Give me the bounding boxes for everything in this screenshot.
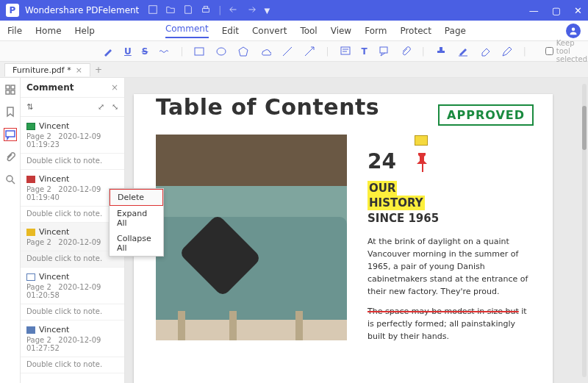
highlighted-text[interactable]: HISTORY <box>368 196 425 210</box>
menu-protect[interactable]: Protect <box>400 26 431 36</box>
strikethrough-tool-icon[interactable]: S <box>142 46 148 57</box>
textbox-comment-icon <box>26 273 35 281</box>
oval-tool-icon[interactable] <box>215 46 227 57</box>
arrow-tool-icon[interactable] <box>304 46 315 57</box>
menu-form[interactable]: Form <box>365 26 387 36</box>
undo-icon[interactable] <box>229 4 239 17</box>
menu-page[interactable]: Page <box>445 26 466 36</box>
ctx-expand-all[interactable]: Expand All <box>110 206 163 231</box>
menu-home[interactable]: Home <box>35 26 61 36</box>
vertical-scrollbar[interactable] <box>582 84 587 377</box>
attachments-icon[interactable] <box>4 151 16 163</box>
sticky-note-icon[interactable] <box>415 135 428 146</box>
comment-panel: Comment × ⇅ ⤢ ⤡ Vincent Page 2 2020-12-0… <box>21 78 125 383</box>
context-menu: Delete Expand All Collapse All <box>109 188 164 257</box>
save-icon[interactable] <box>183 4 193 17</box>
menu-file[interactable]: File <box>7 26 22 36</box>
panel-title: Comment <box>26 82 74 93</box>
redo-icon[interactable] <box>246 4 257 17</box>
stamp-tool-icon[interactable] <box>435 46 447 57</box>
svg-rect-13 <box>6 131 15 137</box>
approved-stamp[interactable]: APPROVED <box>438 104 534 126</box>
folder-icon[interactable] <box>165 4 176 17</box>
comment-item[interactable]: Vincent Page 2 2020-12-09 01:27:52 <box>21 321 124 357</box>
comment-item[interactable]: Vincent Page 2 2020-12-09 01:19:23 <box>21 117 124 154</box>
divider: | <box>218 5 221 15</box>
menu-edit[interactable]: Edit <box>222 26 239 36</box>
keep-tool-input[interactable] <box>545 47 553 55</box>
close-tab-icon[interactable]: × <box>76 65 82 75</box>
svg-rect-12 <box>11 90 15 94</box>
divider: | <box>180 46 183 57</box>
rect-tool-icon[interactable] <box>193 46 205 57</box>
page: Table of Contents APPROVED 24 OUR HISTOR… <box>134 94 553 383</box>
app-logo: P <box>6 4 19 17</box>
new-tab-button[interactable]: + <box>95 65 102 75</box>
comments-panel-icon[interactable] <box>4 128 17 141</box>
pushpin-icon[interactable] <box>414 151 431 176</box>
highlight-tool-icon[interactable] <box>102 46 114 57</box>
canvas[interactable]: ◂ Table of Contents APPROVED 24 OUR HIST… <box>125 78 588 383</box>
svg-rect-7 <box>380 47 387 53</box>
divider: | <box>326 46 329 57</box>
keep-tool-label: Keep tool selected <box>556 39 587 63</box>
strikethrough-text[interactable]: The space may be modest in size but <box>368 307 519 316</box>
menubar: File Home Help Comment Edit Convert Tool… <box>0 21 588 41</box>
polygon-tool-icon[interactable] <box>237 46 249 57</box>
menu-view[interactable]: View <box>331 26 351 36</box>
pencil-tool-icon[interactable] <box>501 46 513 57</box>
highlighted-text[interactable]: OUR <box>368 181 397 196</box>
note-tool-icon[interactable] <box>340 46 351 57</box>
comment-note[interactable]: Double click to note. <box>21 304 124 321</box>
expand-icon[interactable]: ⤢ <box>98 102 104 112</box>
new-icon[interactable] <box>148 4 158 17</box>
close-panel-icon[interactable]: × <box>111 82 118 93</box>
maximize-button[interactable]: ▢ <box>552 5 561 16</box>
eraser-tool-icon[interactable] <box>479 46 491 57</box>
svg-point-5 <box>217 48 226 55</box>
squiggly-tool-icon[interactable] <box>158 46 170 57</box>
thumbnails-icon[interactable] <box>4 84 16 96</box>
comment-note[interactable]: Double click to note. <box>21 154 124 170</box>
comment-item[interactable]: Vincent Page 2 2020-12-09 01:20:58 <box>21 268 124 304</box>
sort-icon[interactable]: ⇅ <box>26 102 33 112</box>
ctx-delete[interactable]: Delete <box>110 189 163 206</box>
more-icon[interactable]: ▼ <box>264 7 270 15</box>
divider: | <box>422 46 425 57</box>
keep-tool-checkbox[interactable]: Keep tool selected <box>545 39 587 63</box>
text-tool-icon[interactable]: T <box>362 46 368 57</box>
collapse-icon[interactable]: ⤡ <box>112 102 118 112</box>
minimize-button[interactable]: — <box>529 5 539 16</box>
search-icon[interactable] <box>4 173 16 185</box>
callout-tool-icon[interactable] <box>378 46 390 57</box>
cloud-tool-icon[interactable] <box>259 46 271 57</box>
sidebar <box>0 78 21 383</box>
document-tab[interactable]: Furniture.pdf * × <box>4 63 90 76</box>
signature-tool-icon[interactable] <box>457 46 469 57</box>
titlebar: P Wondershare PDFelement | ▼ — ▢ ✕ <box>0 0 588 21</box>
ctx-collapse-all[interactable]: Collapse All <box>110 231 163 256</box>
menu-comment[interactable]: Comment <box>165 24 209 38</box>
ribbon: U S | | T | | Keep tool selected <box>0 41 588 62</box>
attachment-tool-icon[interactable] <box>400 46 412 57</box>
underline-tool-icon[interactable]: U <box>124 46 132 57</box>
svg-rect-10 <box>11 85 15 89</box>
menu-tool[interactable]: Tool <box>300 26 317 36</box>
tab-label: Furniture.pdf * <box>12 65 71 75</box>
svg-rect-2 <box>204 6 208 8</box>
print-icon[interactable] <box>201 4 211 17</box>
svg-rect-11 <box>6 90 10 94</box>
bookmarks-icon[interactable] <box>4 106 16 118</box>
svg-point-14 <box>7 176 12 182</box>
line-tool-icon[interactable] <box>282 46 293 57</box>
tabbar: Furniture.pdf * × + <box>0 62 588 78</box>
svg-point-3 <box>572 27 576 31</box>
close-button[interactable]: ✕ <box>574 5 582 16</box>
scroll-thumb[interactable] <box>582 106 587 150</box>
since-text: SINCE 1965 <box>368 212 531 225</box>
comment-note[interactable]: Double click to note. <box>21 357 124 373</box>
avatar[interactable] <box>566 24 581 38</box>
menu-help[interactable]: Help <box>75 26 95 36</box>
body-para: At the brink of daylight on a quaint Van… <box>368 235 531 298</box>
menu-convert[interactable]: Convert <box>252 26 287 36</box>
